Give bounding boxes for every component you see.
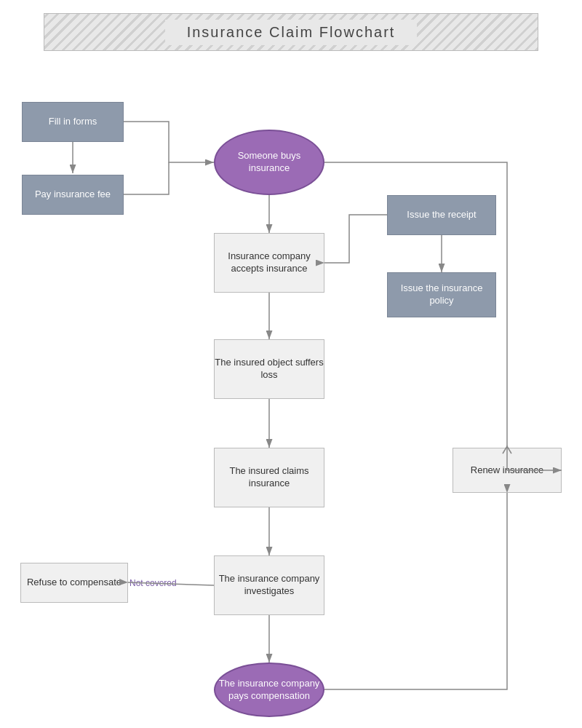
- issue-receipt-box: Issue the receipt: [387, 195, 496, 235]
- someone-buys-oval: Someone buys insurance: [214, 130, 324, 195]
- title-box: Insurance Claim Flowchart: [44, 13, 538, 51]
- pay-fee-box: Pay insurance fee: [22, 175, 124, 215]
- insured-claims-box: The insured claims insurance: [214, 448, 324, 507]
- fill-forms-box: Fill in forms: [22, 102, 124, 142]
- issue-policy-box: Issue the insurance policy: [387, 272, 496, 317]
- company-investigates-box: The insurance company investigates: [214, 555, 324, 615]
- not-covered-label: Not covered: [129, 578, 177, 588]
- company-accepts-box: Insurance company accepts insurance: [214, 233, 324, 293]
- pays-compensation-oval: The insurance company pays compensation: [214, 662, 324, 717]
- title-text: Insurance Claim Flowchart: [165, 20, 418, 45]
- insured-loss-box: The insured object suffers loss: [214, 339, 324, 399]
- renew-insurance-box: Renew insurance: [453, 448, 562, 493]
- refuse-compensate-box: Refuse to compensate: [20, 563, 128, 603]
